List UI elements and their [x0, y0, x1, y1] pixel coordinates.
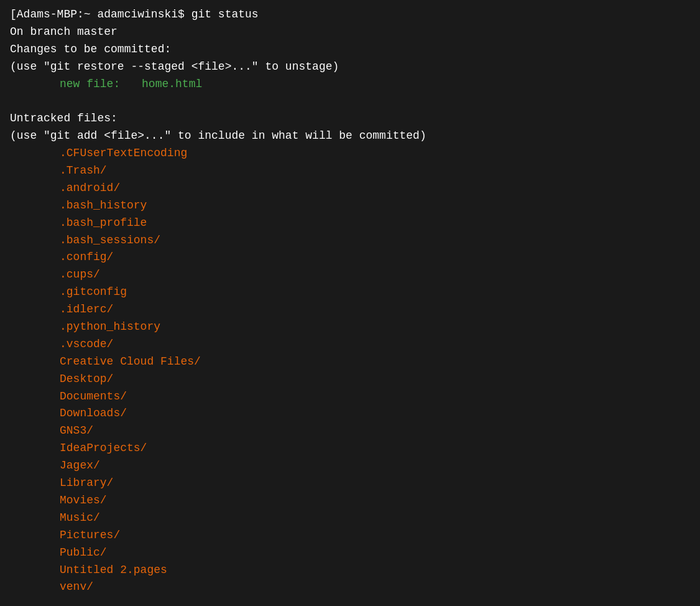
list-item: IdeaProjects/	[60, 440, 690, 457]
untracked-hint-text: (use "git add <file>..." to include in w…	[10, 129, 426, 142]
list-item: .bash_sessions/	[60, 232, 690, 249]
changes-header-line: Changes to be committed:	[10, 41, 690, 58]
list-item: Downloads/	[60, 405, 690, 422]
untracked-file-name: Desktop/	[60, 373, 113, 385]
untracked-file-name: Creative Cloud Files/	[60, 355, 201, 368]
untracked-hint-line: (use "git add <file>..." to include in w…	[10, 128, 690, 145]
untracked-file-name: .config/	[60, 251, 113, 263]
staged-label: new file:	[60, 78, 120, 90]
untracked-file-name: Public/	[60, 546, 107, 559]
untracked-file-name: .gitconfig	[60, 286, 127, 298]
list-item: Untitled 2.pages	[60, 562, 690, 579]
list-item: Desktop/	[60, 371, 690, 388]
list-item: Jagex/	[60, 457, 690, 475]
list-item: .cups/	[60, 266, 690, 284]
list-item: Pictures/	[60, 527, 690, 544]
prompt-text: [Adams-MBP:~ adamciwinski$ git status	[10, 8, 259, 21]
list-item: .android/	[60, 180, 690, 197]
list-item: .bash_profile	[60, 215, 690, 232]
untracked-file-name: venv/	[60, 580, 93, 593]
prompt-line: [Adams-MBP:~ adamciwinski$ git status	[10, 6, 690, 24]
blank-line	[10, 93, 690, 110]
list-item: .idlerc/	[60, 301, 690, 319]
list-item: .CFUserTextEncoding	[60, 145, 690, 162]
untracked-files-list: .CFUserTextEncoding.Trash/.android/.bash…	[10, 145, 690, 596]
list-item: GNS3/	[60, 422, 690, 440]
untracked-file-name: IdeaProjects/	[60, 442, 147, 454]
untracked-file-name: .cups/	[60, 268, 100, 281]
untracked-file-name: .python_history	[60, 320, 160, 333]
untracked-file-name: Downloads/	[60, 407, 127, 419]
list-item: Public/	[60, 544, 690, 562]
list-item: Documents/	[60, 388, 690, 406]
untracked-file-name: Pictures/	[60, 529, 120, 541]
untracked-file-name: Jagex/	[60, 459, 100, 472]
list-item: .bash_history	[60, 197, 690, 215]
untracked-file-name: GNS3/	[60, 424, 93, 437]
terminal-output: [Adams-MBP:~ adamciwinski$ git status On…	[10, 6, 690, 596]
restore-hint-line: (use "git restore --staged <file>..." to…	[10, 58, 690, 76]
list-item: Movies/	[60, 492, 690, 510]
untracked-file-name: Library/	[60, 477, 113, 489]
list-item: .Trash/	[60, 162, 690, 180]
branch-line: On branch master	[10, 24, 690, 41]
branch-text: On branch master	[10, 26, 117, 38]
untracked-file-name: .Trash/	[60, 164, 107, 177]
list-item: Library/	[60, 475, 690, 492]
changes-header-text: Changes to be committed:	[10, 43, 171, 55]
list-item: Music/	[60, 510, 690, 527]
untracked-file-name: .vscode/	[60, 338, 113, 350]
untracked-file-name: .android/	[60, 182, 120, 194]
untracked-file-name: .bash_sessions/	[60, 234, 160, 246]
list-item: venv/	[60, 579, 690, 596]
untracked-file-name: .CFUserTextEncoding	[60, 147, 187, 159]
restore-hint-text: (use "git restore --staged <file>..." to…	[10, 60, 339, 73]
staged-file-line: new file: home.html	[10, 76, 690, 93]
untracked-header-line: Untracked files:	[10, 110, 690, 128]
untracked-file-name: .bash_history	[60, 199, 147, 212]
untracked-file-name: Documents/	[60, 390, 127, 403]
untracked-file-name: .idlerc/	[60, 303, 113, 315]
list-item: .gitconfig	[60, 284, 690, 301]
untracked-file-name: Untitled 2.pages	[60, 564, 167, 576]
list-item: Creative Cloud Files/	[60, 353, 690, 371]
untracked-file-name: .bash_profile	[60, 217, 147, 229]
staged-file: home.html	[142, 78, 202, 90]
untracked-file-name: Movies/	[60, 494, 107, 506]
list-item: .vscode/	[60, 336, 690, 353]
untracked-file-name: Music/	[60, 511, 100, 524]
list-item: .python_history	[60, 319, 690, 336]
untracked-header-text: Untracked files:	[10, 112, 117, 124]
list-item: .config/	[60, 249, 690, 266]
